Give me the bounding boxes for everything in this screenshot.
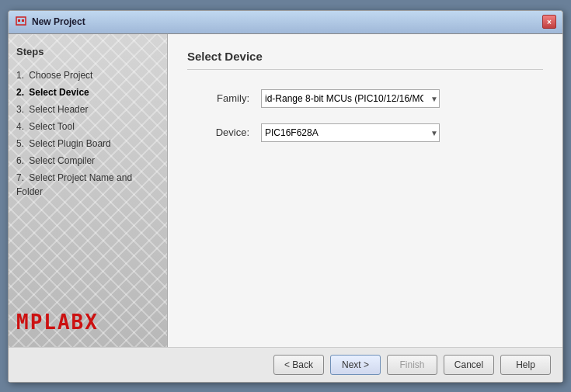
device-select[interactable]: PIC16F628A bbox=[261, 123, 440, 142]
step-5: 5. Select Plugin Board bbox=[16, 135, 159, 152]
device-row: Device: PIC16F628A ▼ bbox=[187, 123, 543, 142]
sidebar-content: Steps 1. Choose Project 2. Select Device… bbox=[16, 46, 159, 200]
sidebar: Steps 1. Choose Project 2. Select Device… bbox=[9, 34, 168, 347]
mplabx-logo: MPLABX bbox=[16, 310, 99, 335]
content-area: Steps 1. Choose Project 2. Select Device… bbox=[9, 34, 562, 347]
cancel-button[interactable]: Cancel bbox=[444, 355, 494, 375]
device-label: Device: bbox=[187, 127, 249, 138]
svg-rect-1 bbox=[18, 19, 20, 22]
next-button[interactable]: Next > bbox=[330, 355, 381, 375]
device-select-wrapper[interactable]: PIC16F628A ▼ bbox=[261, 123, 440, 142]
title-bar-left: New Project bbox=[15, 16, 85, 28]
step-7: 7. Select Project Name and Folder bbox=[16, 169, 159, 200]
close-button[interactable]: × bbox=[542, 15, 556, 29]
step-2-active: 2. Select Device bbox=[16, 84, 159, 101]
help-button[interactable]: Help bbox=[500, 355, 551, 375]
steps-list: 1. Choose Project 2. Select Device 3. Se… bbox=[16, 67, 159, 200]
new-project-window: New Project × Steps 1. Choose Project 2.… bbox=[8, 10, 563, 383]
window-icon bbox=[15, 16, 27, 28]
svg-rect-0 bbox=[16, 17, 26, 25]
step-6: 6. Select Compiler bbox=[16, 152, 159, 169]
family-select[interactable]: id-Range 8-bit MCUs (PIC10/12/16/MCP) bbox=[261, 89, 440, 108]
step-3: 3. Select Header bbox=[16, 101, 159, 118]
main-panel: Select Device Family: id-Range 8-bit MCU… bbox=[168, 34, 562, 347]
title-bar: New Project × bbox=[9, 11, 562, 34]
family-row: Family: id-Range 8-bit MCUs (PIC10/12/16… bbox=[187, 89, 543, 108]
finish-button[interactable]: Finish bbox=[387, 355, 437, 375]
window-title: New Project bbox=[32, 16, 85, 27]
step-1: 1. Choose Project bbox=[16, 67, 159, 84]
footer: < Back Next > Finish Cancel Help bbox=[9, 347, 562, 382]
svg-rect-2 bbox=[22, 19, 24, 22]
panel-title: Select Device bbox=[187, 50, 543, 70]
back-button[interactable]: < Back bbox=[273, 355, 324, 375]
sidebar-title: Steps bbox=[16, 46, 159, 57]
step-4: 4. Select Tool bbox=[16, 118, 159, 135]
family-label: Family: bbox=[187, 92, 249, 104]
family-select-wrapper[interactable]: id-Range 8-bit MCUs (PIC10/12/16/MCP) ▼ bbox=[261, 89, 440, 108]
